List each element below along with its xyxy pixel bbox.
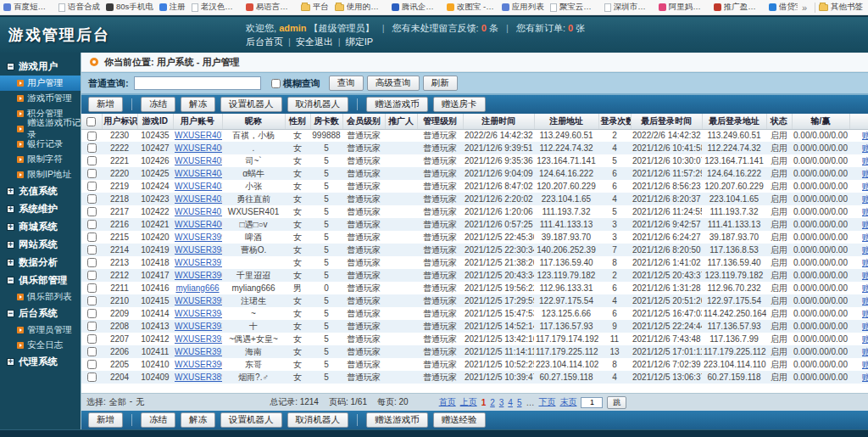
account-link[interactable]: WXUSER404 (175, 169, 222, 178)
bookmark-item[interactable]: 平台 (301, 2, 329, 13)
gift-record-link[interactable]: 赠送记录 (862, 194, 868, 204)
bookmark-item[interactable]: 借贷宝企业 (769, 2, 798, 13)
bookmark-item[interactable]: 易语言教程 (246, 2, 295, 13)
row-checkbox[interactable] (87, 194, 97, 204)
row-checkbox[interactable] (87, 220, 97, 229)
gift-record-link[interactable]: 赠送记录 (862, 296, 868, 305)
search-button-刷新[interactable]: 刷新 (423, 76, 458, 91)
bookmark-item[interactable]: 腾讯企业邮 (392, 2, 441, 13)
toolbar-button-冻结[interactable]: 冻结 (141, 412, 175, 428)
row-checkbox[interactable] (87, 334, 97, 344)
toolbar-button-赠送游戏币[interactable]: 赠送游戏币 (366, 412, 428, 428)
gift-record-link[interactable]: 赠送记录 (862, 182, 868, 191)
search-button-高级查询[interactable]: 高级查询 (367, 76, 420, 91)
sidebar-group-俱乐部管理[interactable]: −俱乐部管理 (0, 272, 81, 289)
sidebar-group-系统维护[interactable]: +系统维护 (0, 200, 81, 218)
account-link[interactable]: WXUSER393 (175, 322, 222, 331)
gift-record-link[interactable]: 赠送记录 (862, 309, 868, 318)
select-all-checkbox[interactable] (86, 117, 96, 126)
pagination-last[interactable]: 末页 (559, 396, 576, 408)
row-checkbox[interactable] (87, 169, 97, 178)
account-link[interactable]: myliang666 (175, 283, 219, 293)
row-checkbox[interactable] (87, 182, 97, 191)
toolbar-button-设置机器人[interactable]: 设置机器人 (220, 97, 282, 112)
account-link[interactable]: WXUSER389 (175, 373, 222, 382)
gift-record-link[interactable]: 赠送记录 (862, 245, 868, 255)
other-bookmarks-folder[interactable]: 其他书签 (819, 2, 865, 13)
header-link-绑定IP[interactable]: 绑定IP (346, 36, 373, 47)
account-link[interactable]: WXUSER395 (175, 296, 222, 305)
toolbar-button-取消机器人[interactable]: 取消机器人 (287, 412, 349, 428)
row-checkbox[interactable] (87, 296, 97, 305)
row-checkbox[interactable] (87, 233, 97, 242)
gift-record-link[interactable]: 赠送记录 (862, 131, 868, 140)
gift-record-link[interactable]: 赠送记录 (862, 283, 868, 293)
toolbar-button-新增[interactable]: 新增 (88, 97, 123, 112)
row-checkbox[interactable] (87, 283, 97, 293)
account-link[interactable]: WXUSER397 (175, 258, 222, 267)
row-checkbox[interactable] (87, 347, 97, 356)
bookmark-item[interactable]: 注册 (159, 2, 186, 13)
gift-record-link[interactable]: 赠送记录 (862, 220, 868, 229)
row-checkbox[interactable] (87, 373, 97, 382)
row-checkbox[interactable] (87, 309, 97, 318)
select-all-link[interactable]: 全部 (109, 396, 126, 408)
sidebar-item-限制IP地址[interactable]: 限制IP地址 (0, 167, 81, 182)
account-link[interactable]: WXUSER407 (175, 131, 222, 140)
bookmark-item[interactable]: 应用列表 (502, 2, 544, 13)
sidebar-item-游戏币管理[interactable]: 游戏币管理 (0, 91, 81, 106)
bookmark-item[interactable]: 聚宝云计费 (550, 2, 598, 13)
sidebar-group-后台系统[interactable]: −后台系统 (0, 305, 81, 322)
gift-record-link[interactable]: 赠送记录 (862, 156, 868, 165)
bookmarks-overflow-chevron[interactable]: » (798, 3, 811, 13)
select-none-link[interactable]: 无 (136, 396, 144, 408)
gift-record-link[interactable]: 赠送记录 (862, 271, 868, 280)
bookmark-item[interactable]: 老汉色影院 (192, 2, 240, 13)
sidebar-item-用户管理[interactable]: 用户管理 (0, 76, 81, 91)
sidebar-group-数据分析[interactable]: +数据分析 (0, 254, 81, 272)
account-link[interactable]: WXUSER400 (175, 220, 222, 229)
account-link[interactable]: WXUSER392 (175, 334, 222, 344)
toolbar-button-赠送游戏币[interactable]: 赠送游戏币 (366, 97, 428, 112)
account-link[interactable]: WXUSER398 (175, 245, 222, 255)
gift-record-link[interactable]: 赠送记录 (862, 334, 868, 344)
pagination-page-5[interactable]: 5 (517, 398, 522, 407)
account-link[interactable]: WXUSER403 (175, 182, 222, 191)
toolbar-button-解冻[interactable]: 解冻 (181, 412, 215, 428)
search-input[interactable] (134, 76, 261, 90)
pagination-page-2[interactable]: 2 (490, 398, 495, 407)
bookmark-item[interactable]: 百度短网址 (3, 2, 53, 13)
bookmark-item[interactable]: 使用的网站 (335, 2, 386, 13)
gift-record-link[interactable]: 赠送记录 (862, 360, 868, 369)
pagination-next[interactable]: 下页 (538, 396, 555, 408)
gift-record-link[interactable]: 赠送记录 (862, 207, 868, 216)
bookmark-item[interactable]: 深圳市零售 (604, 2, 653, 13)
account-link[interactable]: WXUSER399 (175, 233, 222, 242)
bookmark-item[interactable]: 阿里妈妈 大 (659, 2, 708, 13)
gift-record-link[interactable]: 赠送记录 (862, 258, 868, 267)
pagination-prev[interactable]: 上页 (460, 396, 477, 408)
toolbar-button-解冻[interactable]: 解冻 (181, 97, 215, 112)
gift-record-link[interactable]: 赠送记录 (862, 169, 868, 178)
bookmark-item[interactable]: 语音合成 (58, 2, 100, 13)
row-checkbox[interactable] (87, 360, 97, 369)
sidebar-group-商城系统[interactable]: +商城系统 (0, 218, 81, 236)
page-jump-button[interactable]: 跳 (607, 396, 626, 409)
toolbar-button-新增[interactable]: 新增 (88, 412, 123, 428)
sidebar-item-管理员管理[interactable]: 管理员管理 (0, 322, 81, 338)
account-link[interactable]: WXUSER390 (175, 360, 222, 369)
row-checkbox[interactable] (87, 207, 97, 216)
row-checkbox[interactable] (87, 322, 97, 331)
account-link[interactable]: WXUSER396 (175, 271, 222, 280)
account-link[interactable]: WXUSER394 (175, 309, 222, 318)
pagination-first[interactable]: 首页 (439, 396, 456, 408)
gift-record-link[interactable]: 赠送记录 (862, 233, 868, 242)
bookmark-item[interactable]: 推广盈利平 (714, 2, 763, 13)
row-checkbox[interactable] (87, 143, 97, 153)
account-link[interactable]: WXUSER391 (175, 347, 222, 356)
toolbar-button-取消机器人[interactable]: 取消机器人 (287, 97, 349, 112)
gift-record-link[interactable]: 赠送记录 (862, 373, 868, 382)
gift-record-link[interactable]: 赠送记录 (862, 322, 868, 331)
gift-record-link[interactable]: 赠送记录 (862, 347, 868, 356)
account-link[interactable]: WXUSER401 (175, 207, 222, 216)
